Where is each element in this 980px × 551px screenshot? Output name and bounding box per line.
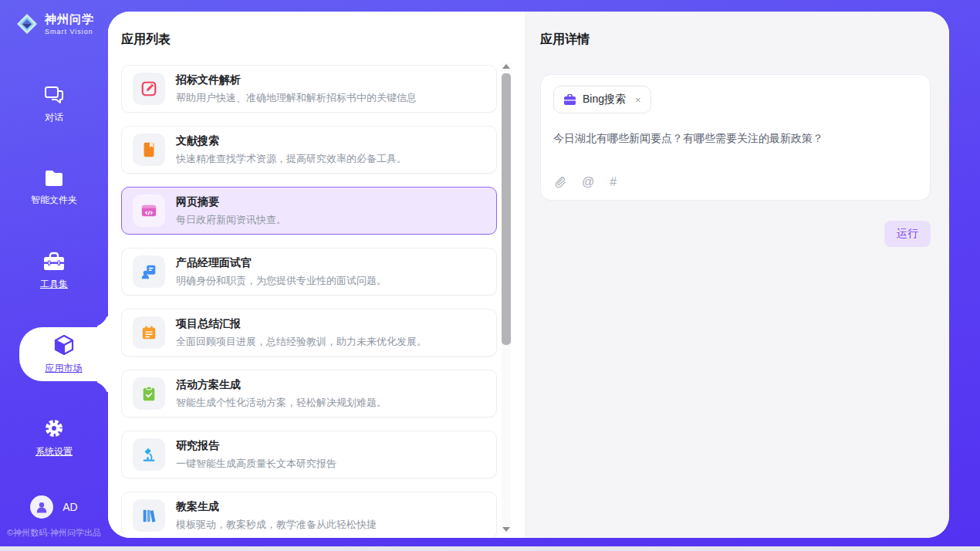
app-card-literature-search[interactable]: 文献搜索 快速精准查找学术资源，提高研究效率的必备工具。 (121, 126, 497, 174)
app-card-desc: 全面回顾项目进展，总结经验教训，助力未来优化发展。 (176, 335, 427, 349)
tool-chip-bing-search[interactable]: Bing搜索 × (553, 86, 651, 113)
sidebar-item-chat[interactable]: 对话 (0, 77, 108, 131)
folder-icon (43, 169, 65, 188)
app-card-pm-interviewer[interactable]: 产品经理面试官 明确身份和职责，为您提供专业性的面试问题。 (121, 248, 497, 296)
sidebar: 神州问学 Smart Vision 对话 智能文件夹 (0, 0, 108, 546)
app-card-title: 研究报告 (176, 439, 336, 453)
sidebar-item-label: 工具集 (40, 278, 68, 291)
clipboard-check-icon (133, 377, 165, 410)
sidebar-item-app-market[interactable]: 应用市场 (19, 327, 108, 381)
tab-curve-bottom (91, 381, 108, 398)
sidebar-item-label: 应用市场 (46, 362, 83, 375)
book-icon (133, 134, 165, 166)
sidebar-item-toolset[interactable]: 工具集 (0, 244, 108, 298)
prompt-input[interactable]: 今日湖北有哪些新闻要点？有哪些需要关注的最新政策？ (553, 132, 917, 146)
app-card-project-summary[interactable]: 项目总结汇报 全面回顾项目进展，总结经验教训，助力未来优化发展。 (121, 309, 497, 357)
app-card-desc: 智能生成个性化活动方案，轻松解决规划难题。 (176, 396, 387, 410)
sidebar-item-label: 智能文件夹 (31, 194, 77, 207)
close-icon[interactable]: × (635, 94, 641, 106)
app-list-title: 应用列表 (121, 32, 497, 48)
edit-icon (133, 73, 165, 105)
scrollbar-thumb[interactable] (502, 73, 511, 345)
user-account[interactable]: AD (0, 495, 108, 519)
avatar (30, 495, 53, 519)
run-button[interactable]: 运行 (884, 221, 931, 247)
microscope-icon (133, 438, 165, 471)
app-card-desc: 模板驱动，教案秒成，教学准备从此轻松快捷 (176, 518, 377, 532)
app-card-title: 招标文件解析 (176, 73, 417, 87)
app-list-panel: 应用列表 招标文件解析 帮助用户快速、准确地理解和解析招标书中的关键信息 文献搜… (108, 12, 525, 538)
copyright-text: ©神州数码·神州问学出品 (0, 527, 108, 539)
app-card-desc: 明确身份和职责，为您提供专业性的面试问题。 (176, 274, 387, 288)
briefcase-icon (563, 94, 576, 106)
person-icon (35, 500, 49, 514)
books-icon (133, 499, 165, 532)
app-card-lesson-plan[interactable]: 教案生成 模板驱动，教案秒成，教学准备从此轻松快捷 (121, 492, 497, 538)
prompt-card: Bing搜索 × 今日湖北有哪些新闻要点？有哪些需要关注的最新政策？ @ # (540, 74, 931, 201)
cube-icon (53, 334, 75, 356)
app-card-research-report[interactable]: 研究报告 一键智能生成高质量长文本研究报告 (121, 431, 497, 478)
app-card-desc: 快速精准查找学术资源，提高研究效率的必备工具。 (176, 152, 407, 166)
sidebar-item-label: 系统设置 (35, 445, 73, 458)
app-card-title: 教案生成 (176, 500, 377, 514)
app-card-title: 文献搜索 (176, 134, 407, 148)
toolbox-icon (42, 252, 66, 272)
app-card-bid-analysis[interactable]: 招标文件解析 帮助用户快速、准确地理解和解析招标书中的关键信息 (121, 65, 497, 113)
chat-icon (43, 85, 65, 105)
app-card-title: 活动方案生成 (176, 378, 387, 392)
paperclip-icon[interactable] (555, 176, 566, 189)
tool-chip-label: Bing搜索 (583, 93, 626, 106)
brand-logo: 神州问学 Smart Vision (0, 0, 108, 35)
brand-name: 神州问学 (45, 12, 94, 27)
app-card-title: 项目总结汇报 (176, 317, 427, 331)
app-card-desc: 一键智能生成高质量长文本研究报告 (176, 457, 336, 471)
interview-icon (133, 255, 165, 288)
brand-subtitle: Smart Vision (45, 28, 94, 35)
app-card-event-plan[interactable]: 活动方案生成 智能生成个性化活动方案，轻松解决规划难题。 (121, 370, 497, 417)
topic-icon[interactable]: # (610, 175, 617, 189)
app-detail-title: 应用详情 (540, 32, 931, 48)
app-card-web-summary[interactable]: 网页摘要 每日政府新闻资讯快查。 (121, 187, 497, 235)
scrollbar-down-arrow[interactable] (502, 527, 510, 532)
mention-icon[interactable]: @ (582, 175, 594, 189)
sidebar-item-settings[interactable]: 系统设置 (0, 411, 108, 465)
diamond-logo-icon (15, 12, 39, 35)
browser-code-icon (133, 194, 165, 227)
app-card-desc: 帮助用户快速、准确地理解和解析招标书中的关键信息 (176, 91, 417, 105)
main-content: 应用列表 招标文件解析 帮助用户快速、准确地理解和解析招标书中的关键信息 文献搜… (108, 12, 949, 538)
app-card-title: 网页摘要 (176, 195, 286, 209)
sidebar-item-smart-folder[interactable]: 智能文件夹 (0, 161, 108, 215)
gear-icon (43, 417, 65, 439)
sidebar-nav: 对话 智能文件夹 工具集 (0, 77, 108, 494)
scrollbar-up-arrow[interactable] (502, 64, 510, 69)
app-card-desc: 每日政府新闻资讯快查。 (176, 213, 286, 227)
prompt-toolbar: @ # (555, 175, 617, 189)
app-card-title: 产品经理面试官 (176, 256, 387, 270)
bottom-strip (0, 546, 980, 551)
calendar-icon (133, 316, 165, 349)
app-list-scrollbar[interactable] (502, 63, 511, 533)
tab-curve-top (91, 310, 108, 327)
user-name: AD (63, 501, 77, 513)
app-detail-panel: 应用详情 Bing搜索 × 今日湖北有哪些新闻要点？有哪些需要关注的最新政策？ … (525, 12, 949, 538)
sidebar-item-label: 对话 (45, 111, 63, 124)
